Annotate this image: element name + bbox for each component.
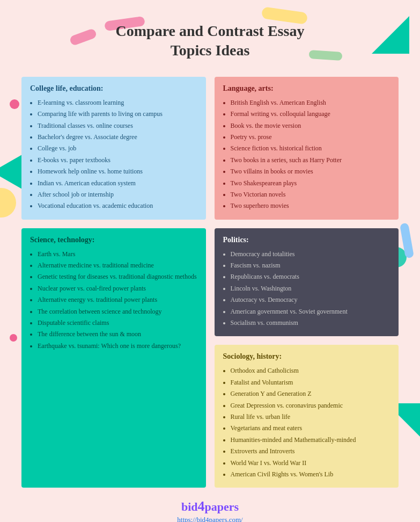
list-item: The correlation between science and tech… <box>38 306 197 317</box>
right-column: Politics: Democracy and totalities Fasci… <box>215 228 399 488</box>
list-item: Orthodox and Catholicism <box>231 365 390 376</box>
list-item: British English vs. American English <box>231 97 390 108</box>
list-item: Two villains in books or movies <box>231 166 390 177</box>
list-item: College vs. job <box>38 143 197 154</box>
list-item: Indian vs. American education system <box>38 178 197 189</box>
list-item: Earth vs. Mars <box>38 249 197 259</box>
card-language-list: British English vs. American English For… <box>223 97 390 212</box>
card-sociology: Sociology, history: Orthodox and Catholi… <box>215 345 399 488</box>
card-college-list: E-learning vs. classroom learning Compar… <box>30 97 197 212</box>
list-item: Formal writing vs. colloquial language <box>231 108 390 119</box>
page-title: Compare and Contrast Essay Topics Ideas <box>21 21 399 61</box>
card-language-title: Language, arts: <box>223 84 390 93</box>
list-item: Socialism vs. communism <box>231 317 390 328</box>
list-item: Humanities-minded and Mathematically-min… <box>231 434 390 445</box>
list-item: Two Victorian novels <box>231 189 390 200</box>
list-item: Two superhero movies <box>231 200 390 211</box>
card-politics: Politics: Democracy and totalities Fasci… <box>215 228 399 337</box>
list-item: Lincoln vs. Washington <box>231 283 390 294</box>
list-item: World War I vs. World War II <box>231 458 390 468</box>
list-item: Homework help online vs. home tuitions <box>38 166 197 177</box>
list-item: Autocracy vs. Democracy <box>231 294 390 305</box>
list-item: Republicans vs. democrats <box>231 271 390 282</box>
page-wrapper: Compare and Contrast Essay Topics Ideas … <box>0 0 420 522</box>
list-item: Great Depression vs. coronavirus pandemi… <box>231 400 390 411</box>
card-science-list: Earth vs. Mars Alternative medicine vs. … <box>30 249 197 352</box>
list-item: Democracy and totalities <box>231 249 390 259</box>
list-item: Book vs. the movie version <box>231 120 390 131</box>
list-item: E-learning vs. classroom learning <box>38 97 197 108</box>
card-politics-list: Democracy and totalities Fascism vs. naz… <box>223 249 390 329</box>
card-sociology-title: Sociology, history: <box>223 352 390 361</box>
card-college: College life, education: E-learning vs. … <box>21 77 206 220</box>
list-item: Rural life vs. urban life <box>231 411 390 422</box>
list-item: After school job or internship <box>38 189 197 200</box>
list-item: Vocational education vs. academic educat… <box>38 200 197 211</box>
list-item: Traditional classes vs. online courses <box>38 120 197 131</box>
list-item: Fatalist and Voluntarism <box>231 377 390 388</box>
card-science-title: Science, technology: <box>30 236 197 244</box>
list-item: The difference between the sun & moon <box>38 329 197 339</box>
list-item: E-books vs. paper textbooks <box>38 155 197 165</box>
brand-name: bid4papers <box>21 498 399 514</box>
list-item: Extroverts and Introverts <box>231 446 390 456</box>
card-sociology-list: Orthodox and Catholicism Fatalist and Vo… <box>223 365 390 480</box>
list-item: Comparing life with parents to living on… <box>38 108 197 119</box>
list-item: Fascism vs. nazism <box>231 260 390 271</box>
list-item: Alternative energy vs. traditional power… <box>38 294 197 305</box>
card-language: Language, arts: British English vs. Amer… <box>215 77 399 220</box>
brand-link[interactable]: https://bid4papers.com/ <box>177 516 242 522</box>
list-item: Two Shakespearean plays <box>231 178 390 189</box>
list-item: Bachelor's degree vs. Associate degree <box>38 132 197 142</box>
cards-grid: College life, education: E-learning vs. … <box>21 77 399 488</box>
list-item: Disputable scientific claims <box>38 317 197 328</box>
list-item: Earthquake vs. tsunami: Which one is mor… <box>38 340 197 351</box>
list-item: Two books in a series, such as Harry Pot… <box>231 155 390 165</box>
list-item: Nuclear power vs. coal-fired power plant… <box>38 283 197 294</box>
list-item: Poetry vs. prose <box>231 132 390 142</box>
card-science: Science, technology: Earth vs. Mars Alte… <box>21 228 206 488</box>
list-item: American government vs. Soviet governmen… <box>231 306 390 317</box>
card-politics-title: Politics: <box>223 236 390 244</box>
branding: bid4papers https://bid4papers.com/ <box>21 498 399 522</box>
list-item: Alternative medicine vs. traditional med… <box>38 260 197 271</box>
list-item: Genetic testing for diseases vs. traditi… <box>38 271 197 282</box>
list-item: Vegetarians and meat eaters <box>231 423 390 433</box>
list-item: Science fiction vs. historical fiction <box>231 143 390 154</box>
list-item: American Civil Rights vs. Women's Lib <box>231 469 390 480</box>
card-college-title: College life, education: <box>30 84 197 93</box>
list-item: Generation Y and Generation Z <box>231 388 390 399</box>
brand-symbol: 4 <box>198 498 205 514</box>
